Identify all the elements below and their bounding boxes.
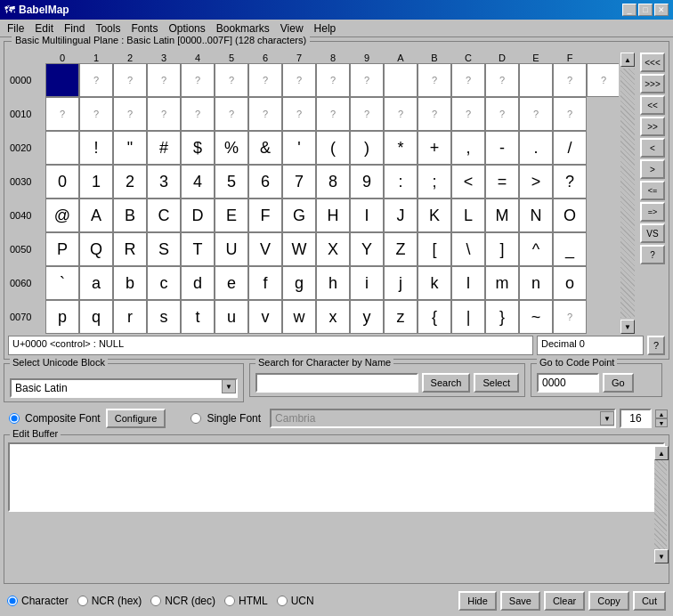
nav-next-variant-button[interactable]: => xyxy=(640,202,665,222)
char-cell[interactable]: @ xyxy=(45,199,79,232)
char-cell[interactable]: 2 xyxy=(113,165,147,199)
char-cell[interactable]: y xyxy=(350,300,384,334)
menu-find[interactable]: Find xyxy=(59,20,90,36)
search-button[interactable]: Search xyxy=(422,373,471,393)
char-cell[interactable]: 4 xyxy=(181,165,215,199)
char-cell[interactable]: ? xyxy=(45,97,79,131)
nav-last-button[interactable]: >>> xyxy=(640,74,665,93)
char-cell[interactable]: ? xyxy=(350,63,384,97)
char-cell[interactable]: H xyxy=(316,199,350,232)
char-cell[interactable]: / xyxy=(553,131,587,165)
radio-ncr-dec[interactable] xyxy=(150,596,161,606)
radio-character[interactable] xyxy=(7,596,18,606)
menu-bookmarks[interactable]: Bookmarks xyxy=(211,20,275,36)
char-cell[interactable]: z xyxy=(384,300,418,334)
buffer-scroll-down-button[interactable]: ▼ xyxy=(654,549,669,563)
char-cell[interactable]: ? xyxy=(215,63,248,97)
char-cell[interactable]: m xyxy=(485,266,519,300)
char-cell[interactable]: E xyxy=(215,199,248,232)
char-cell[interactable]: d xyxy=(181,266,215,300)
single-font-radio[interactable] xyxy=(191,413,201,424)
char-cell[interactable]: o xyxy=(553,266,587,300)
nav-first-button[interactable]: <<< xyxy=(640,53,665,72)
char-cell[interactable]: ? xyxy=(451,97,485,131)
char-cell[interactable]: t xyxy=(181,300,215,334)
char-cell[interactable] xyxy=(519,63,553,97)
configure-button[interactable]: Configure xyxy=(106,409,166,428)
char-cell[interactable]: 9 xyxy=(350,165,384,199)
char-cell[interactable] xyxy=(45,131,79,165)
char-cell[interactable]: M xyxy=(485,199,519,232)
char-cell[interactable]: V xyxy=(248,232,282,266)
menu-tools[interactable]: Tools xyxy=(90,20,126,36)
char-cell[interactable]: 5 xyxy=(215,165,248,199)
char-cell[interactable]: 0 xyxy=(45,165,79,199)
font-select[interactable]: Cambria xyxy=(270,409,616,428)
char-cell[interactable]: T xyxy=(181,232,215,266)
char-cell[interactable]: ? xyxy=(553,97,587,131)
char-cell[interactable]: ] xyxy=(485,232,519,266)
char-cell[interactable]: L xyxy=(451,199,485,232)
char-cell[interactable]: A xyxy=(79,199,113,232)
char-cell[interactable]: : xyxy=(384,165,418,199)
char-cell[interactable]: _ xyxy=(553,232,587,266)
nav-prev-variant-button[interactable]: <= xyxy=(640,181,665,200)
char-cell[interactable]: ? xyxy=(282,97,316,131)
char-cell[interactable]: ? xyxy=(553,165,587,199)
char-cell[interactable] xyxy=(384,63,418,97)
char-cell[interactable]: ) xyxy=(350,131,384,165)
scroll-up-button[interactable]: ▲ xyxy=(620,53,635,67)
char-cell[interactable]: ? xyxy=(316,97,350,131)
buffer-scrollbar-track[interactable] xyxy=(654,460,667,549)
char-cell[interactable]: r xyxy=(113,300,147,334)
char-cell[interactable]: < xyxy=(451,165,485,199)
radio-ncr-hex[interactable] xyxy=(77,596,88,606)
char-cell[interactable]: Z xyxy=(384,232,418,266)
char-cell[interactable]: ? xyxy=(553,300,587,334)
char-cell[interactable]: I xyxy=(350,199,384,232)
char-cell[interactable]: ? xyxy=(418,97,451,131)
char-cell[interactable]: a xyxy=(79,266,113,300)
char-cell[interactable]: # xyxy=(147,131,181,165)
char-cell[interactable]: , xyxy=(451,131,485,165)
unicode-block-select[interactable]: Basic Latin Latin-1 Supplement Latin Ext… xyxy=(10,378,238,398)
char-cell[interactable]: Q xyxy=(79,232,113,266)
status-help-button[interactable]: ? xyxy=(647,336,665,355)
char-cell[interactable]: R xyxy=(113,232,147,266)
char-cell[interactable]: ? xyxy=(485,63,519,97)
char-cell[interactable]: 3 xyxy=(147,165,181,199)
menu-help[interactable]: Help xyxy=(309,20,342,36)
menu-options[interactable]: Options xyxy=(163,20,210,36)
char-cell[interactable]: ? xyxy=(113,97,147,131)
char-cell[interactable]: { xyxy=(418,300,451,334)
composite-font-radio[interactable] xyxy=(9,413,20,424)
nav-help-button[interactable]: ? xyxy=(640,245,665,264)
char-cell[interactable]: F xyxy=(248,199,282,232)
radio-ucn[interactable] xyxy=(277,596,288,606)
menu-view[interactable]: View xyxy=(275,20,309,36)
char-cell[interactable]: ? xyxy=(79,63,113,97)
char-cell[interactable]: ? xyxy=(181,63,215,97)
char-cell[interactable]: l xyxy=(451,266,485,300)
char-cell[interactable]: n xyxy=(519,266,553,300)
char-cell[interactable]: K xyxy=(418,199,451,232)
char-cell[interactable]: X xyxy=(316,232,350,266)
char-cell[interactable]: ; xyxy=(418,165,451,199)
char-cell[interactable]: ? xyxy=(248,97,282,131)
font-size-input[interactable] xyxy=(620,409,652,428)
char-cell[interactable]: 7 xyxy=(282,165,316,199)
char-cell[interactable]: i xyxy=(350,266,384,300)
char-cell[interactable]: k xyxy=(418,266,451,300)
char-cell[interactable]: ? xyxy=(181,97,215,131)
char-cell[interactable]: " xyxy=(113,131,147,165)
char-cell[interactable]: \ xyxy=(451,232,485,266)
char-cell[interactable]: D xyxy=(181,199,215,232)
char-cell[interactable]: = xyxy=(485,165,519,199)
char-cell[interactable]: O xyxy=(553,199,587,232)
char-cell[interactable]: ? xyxy=(451,63,485,97)
char-cell[interactable]: ? xyxy=(215,97,248,131)
char-cell[interactable]: G xyxy=(282,199,316,232)
char-cell[interactable]: ^ xyxy=(519,232,553,266)
char-cell[interactable]: ~ xyxy=(519,300,553,334)
char-cell[interactable]: ? xyxy=(248,63,282,97)
